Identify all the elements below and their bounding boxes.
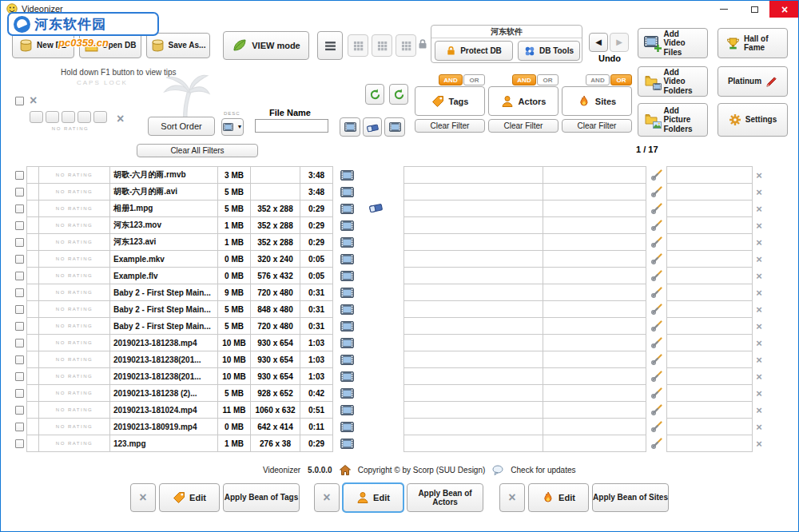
row-tools-icon[interactable] xyxy=(646,183,667,200)
detail-cell-tags[interactable] xyxy=(403,435,543,452)
row-remove-icon[interactable]: × xyxy=(753,166,765,184)
table-row[interactable]: no rating 20190213-181238 (2)... 5 MB 92… xyxy=(13,384,360,402)
star-slot[interactable] xyxy=(62,111,75,123)
detail-cell-tags[interactable] xyxy=(403,334,543,351)
edit-actors-button[interactable]: Edit xyxy=(343,483,403,512)
row-play-video-icon[interactable] xyxy=(333,300,360,318)
clear-tags-bean-button[interactable]: × xyxy=(130,483,156,512)
row-tools-icon[interactable] xyxy=(646,166,667,184)
detail-cell-sites[interactable] xyxy=(666,183,753,200)
rating-filter-checkbox[interactable] xyxy=(15,97,24,105)
row-remove-icon[interactable]: × xyxy=(753,351,765,368)
row-play-video-icon[interactable] xyxy=(333,183,360,200)
row-checkbox[interactable] xyxy=(15,288,24,297)
row-play-video-icon[interactable] xyxy=(333,216,360,234)
close-button[interactable]: × xyxy=(769,1,799,18)
row-tools-icon[interactable] xyxy=(646,418,667,435)
row-filename[interactable]: 20190213-181238.mp4 xyxy=(109,334,218,351)
detail-cell-actors[interactable] xyxy=(543,401,646,419)
detail-cell-actors[interactable] xyxy=(543,233,646,251)
detail-cell-sites[interactable] xyxy=(666,334,753,351)
row-play-video-icon[interactable] xyxy=(333,166,360,184)
protect-db-button[interactable]: Protect DB xyxy=(435,41,513,61)
row-remove-icon[interactable]: × xyxy=(753,401,765,419)
detail-view-button[interactable] xyxy=(396,34,416,57)
row-checkbox[interactable] xyxy=(15,255,24,264)
row-checkbox[interactable] xyxy=(15,221,24,230)
row-remove-icon[interactable]: × xyxy=(753,216,765,234)
sites-and-button[interactable]: AND xyxy=(586,74,610,85)
row-remove-icon[interactable]: × xyxy=(753,267,765,284)
row-play-video-icon[interactable] xyxy=(333,334,360,351)
row-filename[interactable]: Baby 2 - First Step Main... xyxy=(109,284,218,301)
detail-cell-sites[interactable] xyxy=(666,435,753,452)
row-play-video-icon[interactable] xyxy=(333,267,360,284)
file-name-input[interactable] xyxy=(255,119,328,133)
undo-button[interactable]: ◀ xyxy=(589,33,608,52)
row-remove-icon[interactable]: × xyxy=(753,250,765,268)
row-play-video-icon[interactable] xyxy=(333,418,360,435)
detail-cell-tags[interactable] xyxy=(403,418,543,435)
clear-stars-icon[interactable]: × xyxy=(117,113,124,125)
detail-cell-actors[interactable] xyxy=(543,384,646,402)
list-view-button[interactable] xyxy=(317,31,343,60)
detail-cell-tags[interactable] xyxy=(403,233,543,251)
row-tools-icon[interactable] xyxy=(646,367,667,385)
table-row[interactable]: no rating 相册1.mpg 5 MB 352 x 288 0:29 xyxy=(13,200,360,217)
row-remove-icon[interactable]: × xyxy=(753,317,765,335)
table-row[interactable]: no rating Baby 2 - First Step Main... 9 … xyxy=(13,284,360,301)
row-play-video-icon[interactable] xyxy=(333,367,360,385)
row-checkbox[interactable] xyxy=(15,238,24,247)
detail-cell-actors[interactable] xyxy=(543,435,646,452)
refresh-all-button[interactable] xyxy=(389,84,408,105)
add-video-files-button[interactable]: Add Video Files xyxy=(638,28,708,58)
maximize-button[interactable] xyxy=(739,1,769,18)
apply-bean-of-actors-button[interactable]: Apply Bean of Actors xyxy=(407,483,483,512)
row-filename[interactable]: 20190213-181024.mp4 xyxy=(109,401,218,419)
check-for-updates-link[interactable]: Check for updates xyxy=(511,466,575,474)
filter-eraser-button[interactable] xyxy=(363,117,382,137)
row-checkbox[interactable] xyxy=(15,204,24,213)
detail-cell-tags[interactable] xyxy=(403,267,543,284)
edit-tags-button[interactable]: Edit xyxy=(159,483,220,512)
row-checkbox[interactable] xyxy=(15,188,24,197)
detail-cell-actors[interactable] xyxy=(543,183,646,200)
detail-cell-sites[interactable] xyxy=(666,233,753,251)
row-play-video-icon[interactable] xyxy=(333,401,360,419)
row-tools-icon[interactable] xyxy=(646,250,667,268)
detail-cell-actors[interactable] xyxy=(543,250,646,268)
detail-cell-actors[interactable] xyxy=(543,367,646,385)
db-tools-button[interactable]: DB Tools xyxy=(518,41,580,61)
star-slot[interactable] xyxy=(78,111,91,123)
detail-cell-tags[interactable] xyxy=(403,200,543,217)
detail-cell-sites[interactable] xyxy=(666,284,753,301)
row-play-video-icon[interactable] xyxy=(333,351,360,368)
detail-cell-sites[interactable] xyxy=(666,418,753,435)
detail-cell-tags[interactable] xyxy=(403,216,543,234)
tags-filter-box[interactable]: Tags xyxy=(415,86,485,116)
row-filename[interactable]: 20190213-180919.mp4 xyxy=(109,418,218,435)
platinum-button[interactable]: Platinum xyxy=(718,66,788,97)
detail-cell-sites[interactable] xyxy=(666,317,753,335)
table-row[interactable]: no rating 20190213-181238(201... 10 MB 9… xyxy=(13,351,360,368)
detail-cell-tags[interactable] xyxy=(403,351,543,368)
row-filename[interactable]: 相册1.mpg xyxy=(109,200,218,217)
star-slot[interactable] xyxy=(46,111,59,123)
table-row[interactable]: no rating 123.mpg 1 MB 276 x 38 0:29 xyxy=(13,435,360,452)
rating-stars[interactable] xyxy=(30,111,107,123)
star-slot[interactable] xyxy=(30,111,43,123)
row-tools-icon[interactable] xyxy=(646,284,667,301)
add-picture-folders-button[interactable]: Add Picture Folders xyxy=(638,103,708,137)
filter-video-alt-button[interactable] xyxy=(384,117,405,137)
sites-clear-filter-button[interactable]: Clear Filter xyxy=(562,119,632,133)
row-filename[interactable]: 123.mpg xyxy=(109,435,218,452)
table-row[interactable]: no rating Baby 2 - First Step Main... 5 … xyxy=(13,317,360,335)
row-remove-icon[interactable]: × xyxy=(753,284,765,301)
table-row[interactable]: no rating 胡歌-六月的雨.avi 5 MB 3:48 xyxy=(13,183,360,200)
sort-direction-button[interactable]: ▼ xyxy=(221,118,244,136)
row-filename[interactable]: 河东123.mov xyxy=(109,216,218,234)
table-row[interactable]: no rating Example.mkv 0 MB 320 x 240 0:0… xyxy=(13,250,360,268)
row-filename[interactable]: 20190213-181238 (2)... xyxy=(109,384,218,402)
actors-filter-box[interactable]: Actors xyxy=(488,86,559,116)
row-play-video-icon[interactable] xyxy=(333,317,360,335)
